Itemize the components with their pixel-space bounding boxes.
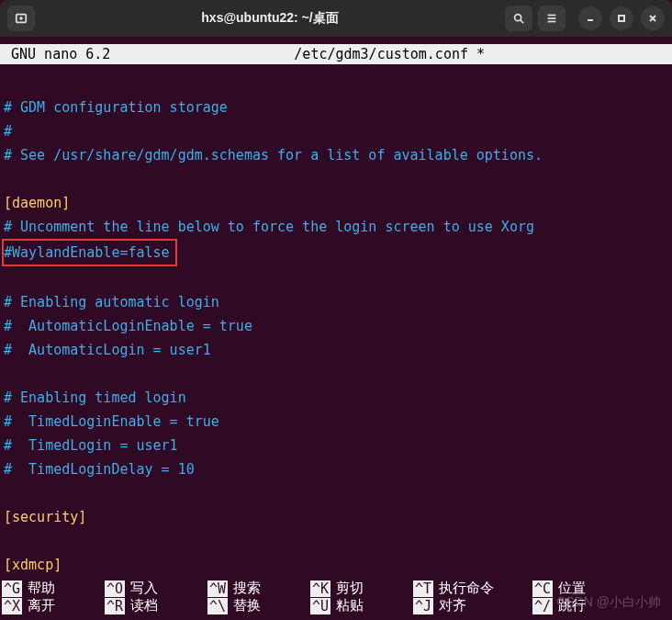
editor-content[interactable]: # GDM configuration storage # # See /usr… bbox=[0, 64, 672, 577]
code-line: # See /usr/share/gdm/gdm.schemas for a l… bbox=[4, 147, 543, 163]
help-key: ^O bbox=[105, 581, 125, 597]
help-item[interactable]: ^C位置 bbox=[532, 580, 635, 597]
code-line: # Uncomment the line below to force the … bbox=[4, 219, 534, 235]
help-key: ^U bbox=[310, 598, 330, 614]
help-label: 对齐 bbox=[439, 597, 466, 614]
help-key: ^K bbox=[310, 581, 330, 597]
close-button[interactable] bbox=[641, 6, 665, 30]
code-line: # TimedLoginDelay = 10 bbox=[4, 461, 195, 478]
help-row-1: ^G帮助 ^O写入 ^W搜索 ^K剪切 ^T执行命令 ^C位置 bbox=[2, 580, 670, 597]
help-item[interactable]: ^/跳行 bbox=[532, 597, 635, 614]
titlebar: hxs@ubuntu22: ~/桌面 bbox=[0, 0, 672, 37]
help-label: 执行命令 bbox=[439, 580, 494, 597]
help-key: ^W bbox=[207, 581, 228, 597]
menu-button[interactable] bbox=[538, 6, 566, 31]
help-label: 离开 bbox=[28, 597, 55, 614]
help-key: ^\ bbox=[207, 598, 228, 614]
code-line: # bbox=[4, 123, 12, 140]
window-controls bbox=[578, 6, 665, 30]
code-line: # GDM configuration storage bbox=[4, 99, 228, 116]
code-section: [security] bbox=[4, 509, 86, 525]
code-line: # Enabling automatic login bbox=[4, 294, 219, 310]
help-label: 读档 bbox=[130, 597, 158, 614]
svg-point-3 bbox=[515, 15, 521, 21]
help-item[interactable]: ^K剪切 bbox=[310, 580, 413, 597]
editor-file: /etc/gdm3/custom.conf * bbox=[110, 46, 668, 62]
help-key: ^G bbox=[2, 581, 22, 597]
help-label: 替换 bbox=[233, 597, 261, 614]
help-label: 帮助 bbox=[28, 580, 55, 597]
code-section: [xdmcp] bbox=[4, 557, 62, 573]
help-key: ^T bbox=[413, 581, 433, 597]
help-key: ^J bbox=[413, 598, 433, 614]
help-label: 跳行 bbox=[558, 597, 586, 614]
editor-name: GNU nano 6.2 bbox=[4, 46, 110, 62]
help-item[interactable]: ^R读档 bbox=[105, 597, 207, 614]
help-item[interactable]: ^O写入 bbox=[105, 580, 207, 597]
help-item[interactable]: ^J对齐 bbox=[413, 597, 532, 614]
help-item[interactable]: ^W搜索 bbox=[207, 580, 310, 597]
help-item[interactable]: ^U粘贴 bbox=[310, 597, 413, 614]
code-line: # AutomaticLogin = user1 bbox=[4, 342, 211, 358]
minimize-button[interactable] bbox=[578, 6, 602, 30]
code-line: # TimedLogin = user1 bbox=[4, 437, 178, 454]
highlighted-line: #WaylandEnable=false bbox=[2, 239, 177, 266]
help-bar: ^G帮助 ^O写入 ^W搜索 ^K剪切 ^T执行命令 ^C位置 ^X离开 ^R读… bbox=[0, 580, 672, 614]
help-key: ^C bbox=[532, 581, 553, 597]
help-label: 剪切 bbox=[336, 580, 364, 597]
code-line: # TimedLoginEnable = true bbox=[4, 413, 219, 430]
help-label: 位置 bbox=[558, 580, 586, 597]
window-title: hxs@ubuntu22: ~/桌面 bbox=[40, 10, 499, 27]
help-key: ^X bbox=[2, 598, 22, 614]
help-item[interactable]: ^\替换 bbox=[207, 597, 310, 614]
editor-header: GNU nano 6.2 /etc/gdm3/custom.conf * bbox=[0, 44, 672, 64]
help-key: ^/ bbox=[532, 598, 553, 614]
new-tab-button[interactable] bbox=[7, 6, 35, 31]
code-section: [daemon] bbox=[4, 195, 70, 211]
code-line: # Enabling timed login bbox=[4, 389, 186, 406]
svg-rect-9 bbox=[619, 16, 624, 21]
search-button[interactable] bbox=[505, 6, 532, 31]
help-item[interactable]: ^X离开 bbox=[2, 597, 105, 614]
help-item[interactable]: ^G帮助 bbox=[2, 580, 105, 597]
help-key: ^R bbox=[105, 598, 125, 614]
maximize-button[interactable] bbox=[610, 6, 633, 30]
code-line: # AutomaticLoginEnable = true bbox=[4, 318, 252, 334]
help-item[interactable]: ^T执行命令 bbox=[413, 580, 532, 597]
svg-line-4 bbox=[521, 20, 524, 24]
help-label: 粘贴 bbox=[336, 597, 364, 614]
help-label: 搜索 bbox=[233, 580, 261, 597]
help-label: 写入 bbox=[130, 580, 158, 597]
help-row-2: ^X离开 ^R读档 ^\替换 ^U粘贴 ^J对齐 ^/跳行 bbox=[2, 597, 670, 614]
